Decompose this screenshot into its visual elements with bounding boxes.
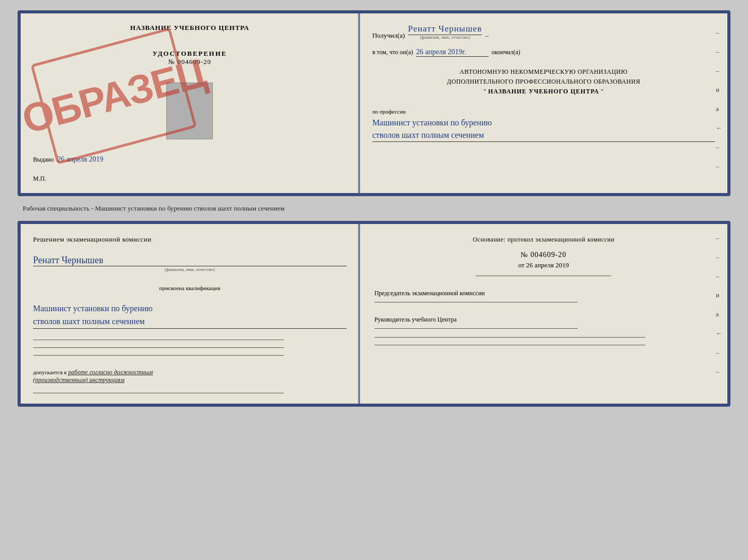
right-side-dashes2: – – – и а ← – –	[716, 234, 722, 376]
document-top: НАЗВАНИЕ УЧЕБНОГО ЦЕНТРА УДОСТОВЕРЕНИЕ №…	[18, 10, 730, 196]
org-block: АВТОНОМНУЮ НЕКОММЕРЧЕСКУЮ ОРГАНИЗАЦИЮ ДО…	[372, 67, 715, 97]
dopuskaetsya-block: допускается к работе согласно должностны…	[33, 369, 347, 384]
fio-block: Ренатт Чернышев (фамилия, имя, отчество)	[33, 255, 347, 272]
vydano-line: Выдано 26 апреля 2019	[33, 155, 347, 164]
mp-line: М.П.	[33, 175, 347, 183]
center-title: НАЗВАНИЕ УЧЕБНОГО ЦЕНТРА	[33, 24, 347, 37]
doc2-left: Решением экзаменационной комиссии Ренатт…	[21, 224, 360, 404]
blank-lines-right	[375, 337, 713, 345]
resheniem-block: Решением экзаменационной комиссии	[33, 234, 347, 245]
udost-block: УДОСТОВЕРЕНИЕ № 004609-20	[33, 50, 347, 66]
separator-line	[476, 276, 611, 276]
profession-block: по профессии Машинист установки по бурен…	[372, 105, 715, 142]
document-bottom: Решением экзаменационной комиссии Ренатт…	[18, 221, 730, 407]
predsedatel-block: Председатель экзаменационной комиссии	[375, 289, 713, 307]
doc1-right: – – – и а ← – – Получил(а) Ренатт Черныш…	[360, 13, 727, 193]
between-docs-text: Рабочая специальность - Машинист установ…	[18, 202, 730, 215]
doc2-right: – – – и а ← – – Основание: протокол экза…	[360, 224, 727, 404]
proto-number: № 004609-20	[375, 251, 713, 259]
photo-placeholder	[166, 83, 213, 139]
doc1-left: НАЗВАНИЕ УЧЕБНОГО ЦЕНТРА УДОСТОВЕРЕНИЕ №…	[21, 13, 360, 193]
rukovoditel-block: Руководитель учебного Центра	[375, 315, 713, 333]
osnovanie-block: Основание: протокол экзаменационной коми…	[375, 234, 713, 246]
right-side-dashes: – – – и а ← – –	[716, 29, 722, 170]
vtom-line: в том, что он(а) 26 апреля 2019г. окончи…	[372, 48, 715, 57]
prisvoena-block: присвоена квалификация	[33, 285, 347, 291]
poluchil-line: Получил(а) Ренатт Чернышев (фамилия, имя…	[372, 24, 715, 40]
blank-lines-bottom	[33, 393, 347, 393]
blank-lines-left	[33, 340, 347, 356]
qual-block: Машинист установки по бурению стволов ша…	[33, 300, 347, 329]
proto-date: от 26 апреля 2019	[375, 261, 713, 269]
